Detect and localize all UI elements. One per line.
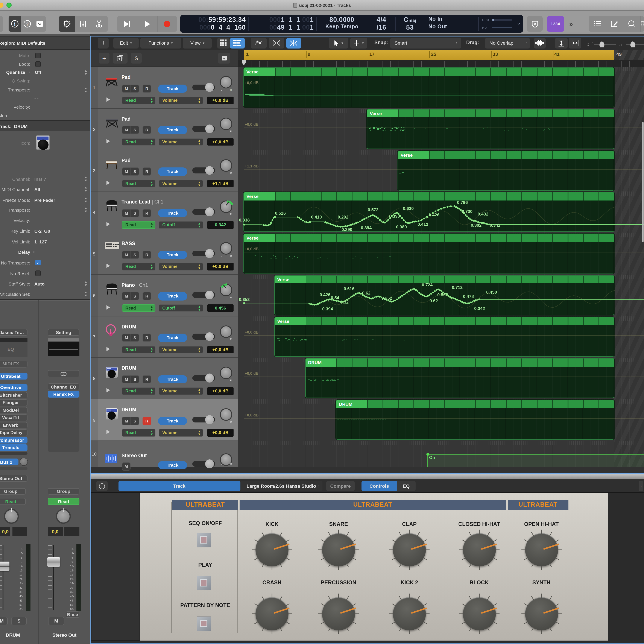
svg-text:i: i <box>102 484 103 488</box>
svg-text:On: On <box>429 455 435 460</box>
svg-text:?: ? <box>26 21 29 26</box>
svg-text:i: i <box>14 21 15 27</box>
